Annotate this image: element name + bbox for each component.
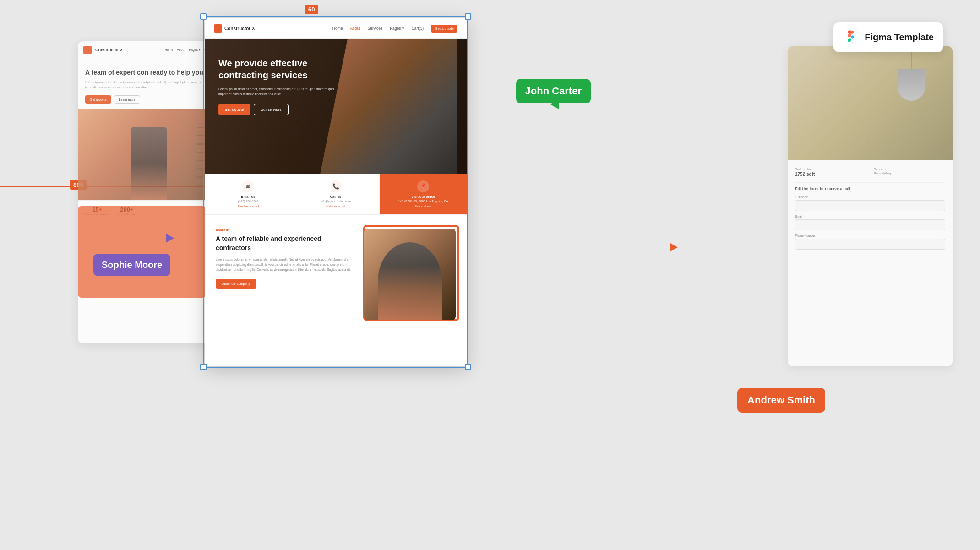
hero-content: We provide effective contracting service… [218,57,338,115]
map-pin-icon: 📍 [417,180,429,192]
figma-template-badge: Figma Template [833,22,943,52]
email-icon: ✉ [242,180,254,192]
left-card-image [78,109,220,200]
cursor-right-icon [550,100,559,109]
left-card-title: A team of expert con ready to help you [85,68,212,76]
right-preview-panel: Surface Area 1752 sqft Services Remodeli… [788,46,953,366]
main-nav-logo-icon [214,24,222,33]
phone-icon: 📞 [330,180,342,192]
figma-icon [843,29,859,45]
handle-top-left[interactable] [200,13,207,20]
hero-title: We provide effective contracting service… [218,57,338,81]
main-nav-brand: Constructor X [224,26,255,31]
cursor-left-icon [166,234,174,243]
about-image-bg [364,229,456,320]
lamp-shade [898,69,925,101]
contact-call-info: info@construction.com [321,200,351,203]
hero-buttons: Get a quote Our services [218,104,338,115]
orange-accent-block [78,206,206,298]
right-form-title: Fill the form to receive a call [795,186,945,191]
email-form-label: Email [795,215,945,218]
about-contractor-image [364,229,456,320]
left-card-hero: A team of expert con ready to help you L… [78,59,220,109]
contact-visit-info: 149 W 70th St, 9000 Los Angeles, CA [398,200,448,203]
right-panel-content: Surface Area 1752 sqft Services Remodeli… [788,160,953,261]
main-nav-logo: Constructor X [214,24,255,33]
sophie-moore-badge: Sophie Moore [93,254,170,276]
main-navbar: Constructor X Home About Services Pages … [205,18,467,39]
hero-worker-figure [320,39,457,174]
contact-email-info: (322) 238-0682 [238,200,258,203]
figma-badge-text: Figma Template [865,32,934,43]
email-form-input[interactable] [795,219,945,230]
main-nav-links: Home About Services Pages ▾ Cart(3) Get … [332,25,457,33]
about-image-wrapper [364,229,456,320]
about-title: A team of reliable and experienced contr… [216,234,355,252]
surface-area-label: Surface Area [795,168,866,171]
left-card-logo-icon [83,46,92,54]
nav-services[interactable]: Services [368,26,383,31]
pendant-lamp [898,46,925,101]
contact-email-title: Email us [241,195,256,199]
hero-our-services-button[interactable]: Our services [254,104,288,115]
right-panel-divider [795,182,945,183]
services-value: Remodeling [874,172,945,175]
left-card-desc: Lorem ipsum dolor sit amet, consectetur … [85,80,212,90]
measure-60-label: 60 [305,5,318,14]
left-get-quote-button[interactable]: Get a quote [85,95,111,104]
services-label: Services [874,168,945,171]
right-full-name-group: Full Name [795,196,945,211]
handle-bottom-left[interactable] [200,364,207,370]
right-stats-row: Surface Area 1752 sqft Services Remodeli… [795,168,945,177]
contact-visit-item: 📍 Visit our office 149 W 70th St, 9000 L… [380,174,467,214]
phone-label: Phone Number [795,234,945,237]
left-preview-card: Constructor X Home About Pages ▾ Cart(3)… [78,41,220,343]
hero-section: We provide effective contracting service… [205,39,467,174]
right-phone-group: Phone Number [795,234,945,250]
email-input-row [795,219,945,230]
left-card-buttons: Get a quote Learn more [85,95,212,104]
contact-call-title: Call us [330,195,342,199]
nav-cart[interactable]: Cart(3) [412,26,424,31]
full-name-label: Full Name [795,196,945,199]
contact-email-link[interactable]: Send us a email [238,205,259,208]
about-section: About us A team of reliable and experien… [205,215,467,334]
handle-top-right[interactable] [465,13,471,20]
about-image-person-figure [378,242,442,320]
nav-pages[interactable]: Pages ▾ [390,26,404,31]
left-card-navbar: Constructor X Home About Pages ▾ Cart(3) [78,41,220,59]
contact-email-item: ✉ Email us (322) 238-0682 Send us a emai… [205,174,292,214]
main-nav-cta[interactable]: Get a quote [431,25,457,33]
nav-home[interactable]: Home [332,26,343,31]
hero-get-quote-button[interactable]: Get a quote [218,104,250,115]
phone-input[interactable] [795,239,945,250]
about-text-block: About us A team of reliable and experien… [216,229,355,320]
about-desc: Lorem ipsum dolor sit amet, consectetur … [216,257,355,272]
right-services-stat: Services Remodeling [874,168,945,177]
handle-bottom-right[interactable] [465,364,471,370]
contact-visit-title: Visit our office [411,195,435,199]
contact-call-link[interactable]: Make us a call [326,205,345,208]
surface-area-value: 1752 sqft [795,172,866,177]
main-website-frame: Constructor X Home About Services Pages … [205,18,467,366]
about-company-button[interactable]: About our company [216,279,256,289]
nav-about[interactable]: About [350,26,360,31]
right-email-group: Email [795,215,945,230]
hero-desc: Lorem ipsum dolor sit amet, consectetur … [218,87,338,97]
contact-visit-link[interactable]: See address [415,205,432,208]
right-panel-room-image [788,46,953,160]
left-card-person-figure [131,127,167,200]
andrew-smith-badge: Andrew Smith [737,388,825,413]
contact-strip: ✉ Email us (322) 238-0682 Send us a emai… [205,174,467,215]
left-learn-more-button[interactable]: Learn more [114,95,141,104]
cursor-orange-icon [670,243,678,252]
contact-call-item: 📞 Call us info@construction.com Make us … [292,174,380,214]
about-tag: About us [216,229,355,232]
right-surface-area: Surface Area 1752 sqft [795,168,866,177]
left-card-brand: Constructor X [95,48,123,52]
full-name-input[interactable] [795,200,945,211]
